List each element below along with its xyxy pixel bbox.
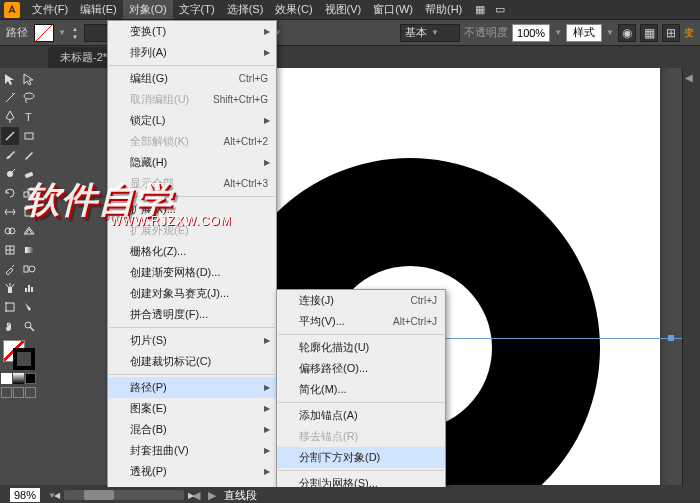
zoom-level[interactable]: 98% <box>10 488 40 502</box>
width-tool[interactable] <box>1 203 19 221</box>
menu-编辑E[interactable]: 编辑(E) <box>74 0 123 19</box>
mesh-tool[interactable] <box>1 241 19 259</box>
artboard-nav-next[interactable]: ▶ <box>208 489 216 502</box>
anchor-point[interactable] <box>668 335 674 341</box>
menu-对象O[interactable]: 对象(O) <box>123 0 173 19</box>
svg-rect-21 <box>28 285 30 292</box>
line-tool[interactable] <box>1 127 19 145</box>
artboard-tool[interactable] <box>1 298 19 316</box>
swatch-caret[interactable]: ▼ <box>58 28 66 37</box>
svg-text:T: T <box>25 111 32 123</box>
bridge-icon[interactable]: ▦ <box>472 2 488 18</box>
opacity-input[interactable]: 100% <box>512 24 550 42</box>
transform-button[interactable]: ⊞ <box>662 24 680 42</box>
svg-point-10 <box>32 215 34 217</box>
svg-rect-16 <box>25 247 33 253</box>
menu-item[interactable]: 隐藏(H) <box>108 152 276 173</box>
menu-item[interactable]: 偏移路径(O)... <box>277 358 445 379</box>
rotate-tool[interactable] <box>1 184 19 202</box>
menu-item: 扩展外观(E) <box>108 220 276 241</box>
menu-item[interactable]: 扩展(X)... <box>108 199 276 220</box>
menu-item[interactable]: 栅格化(Z)... <box>108 241 276 262</box>
menu-帮助H[interactable]: 帮助(H) <box>419 0 468 19</box>
panel-toggle-icon[interactable]: ◀ <box>685 72 699 86</box>
magic-wand-tool[interactable] <box>1 89 19 107</box>
menu-item[interactable]: 编组(G)Ctrl+G <box>108 68 276 89</box>
pen-tool[interactable] <box>1 108 19 126</box>
shape-builder-tool[interactable] <box>1 222 19 240</box>
menu-item[interactable]: 添加锚点(A) <box>277 405 445 426</box>
lasso-tool[interactable] <box>20 89 38 107</box>
recolor-button[interactable]: ◉ <box>618 24 636 42</box>
scale-tool[interactable] <box>20 184 38 202</box>
brush-definition[interactable]: 基本▼ <box>400 24 460 42</box>
symbol-sprayer-tool[interactable] <box>1 279 19 297</box>
fill-stroke-indicator[interactable] <box>1 340 37 370</box>
menu-item[interactable]: 拼合透明度(F)... <box>108 304 276 325</box>
style-caret[interactable]: ▼ <box>606 28 614 37</box>
selection-tool[interactable] <box>1 70 19 88</box>
menu-item[interactable]: 混合(B) <box>108 419 276 440</box>
control-label: 路径 <box>6 25 28 40</box>
menu-item[interactable]: 创建渐变网格(D)... <box>108 262 276 283</box>
svg-rect-17 <box>24 266 28 272</box>
paintbrush-tool[interactable] <box>1 146 19 164</box>
menu-item[interactable]: 创建对象马赛克(J)... <box>108 283 276 304</box>
free-transform-tool[interactable] <box>20 203 38 221</box>
direct-selection-tool[interactable] <box>20 70 38 88</box>
menu-item[interactable]: 平均(V)...Alt+Ctrl+J <box>277 311 445 332</box>
type-tool[interactable]: T <box>20 108 38 126</box>
panel-dock: ◀ <box>682 68 700 485</box>
eraser-tool[interactable] <box>20 165 38 183</box>
document-tab-bar: 未标题-2* × <box>0 46 700 68</box>
menu-文字T[interactable]: 文字(T) <box>173 0 221 19</box>
menu-item[interactable]: 排列(A) <box>108 42 276 63</box>
menu-item[interactable]: 透视(P) <box>108 461 276 482</box>
horizontal-scrollbar[interactable] <box>64 490 184 500</box>
menu-item[interactable]: 图案(E) <box>108 398 276 419</box>
screen-mode-switches[interactable] <box>1 387 37 398</box>
menu-选择S[interactable]: 选择(S) <box>221 0 270 19</box>
menu-视图V[interactable]: 视图(V) <box>319 0 368 19</box>
eyedropper-tool[interactable] <box>1 260 19 278</box>
svg-rect-8 <box>25 208 33 216</box>
menu-item[interactable]: 轮廓化描边(U) <box>277 337 445 358</box>
blend-tool[interactable] <box>20 260 38 278</box>
hand-tool[interactable] <box>1 317 19 335</box>
graphic-style[interactable]: 样式 <box>566 24 602 42</box>
svg-rect-19 <box>8 287 12 293</box>
menu-效果C[interactable]: 效果(C) <box>269 0 318 19</box>
svg-rect-20 <box>25 288 27 292</box>
menu-窗口W[interactable]: 窗口(W) <box>367 0 419 19</box>
stroke-nudger[interactable]: ▲▼ <box>70 24 80 42</box>
svg-line-2 <box>6 132 14 140</box>
blob-brush-tool[interactable] <box>1 165 19 183</box>
menu-item[interactable]: 连接(J)Ctrl+J <box>277 290 445 311</box>
menu-item[interactable]: 变换(T) <box>108 21 276 42</box>
current-tool-label: 直线段 <box>224 488 257 503</box>
column-graph-tool[interactable] <box>20 279 38 297</box>
menu-文件F[interactable]: 文件(F) <box>26 0 74 19</box>
zoom-tool[interactable] <box>20 317 38 335</box>
menu-item[interactable]: 切片(S) <box>108 330 276 351</box>
menu-item[interactable]: 锁定(L) <box>108 110 276 131</box>
stroke-indicator[interactable] <box>13 348 35 370</box>
pencil-tool[interactable] <box>20 146 38 164</box>
svg-point-0 <box>24 93 34 99</box>
arrange-icon[interactable]: ▭ <box>492 2 508 18</box>
align-button[interactable]: ▦ <box>640 24 658 42</box>
menu-item[interactable]: 路径(P) <box>108 377 276 398</box>
color-mode-switches[interactable] <box>1 373 37 384</box>
scrollbar-thumb[interactable] <box>84 490 114 500</box>
slice-tool[interactable] <box>20 298 38 316</box>
perspective-grid-tool[interactable] <box>20 222 38 240</box>
menu-item[interactable]: 创建裁切标记(C) <box>108 351 276 372</box>
opacity-caret[interactable]: ▼ <box>554 28 562 37</box>
gradient-tool[interactable] <box>20 241 38 259</box>
menu-item[interactable]: 分割下方对象(D) <box>277 447 445 468</box>
svg-line-25 <box>30 327 34 331</box>
rectangle-tool[interactable] <box>20 127 38 145</box>
menu-item[interactable]: 简化(M)... <box>277 379 445 400</box>
menu-item[interactable]: 封套扭曲(V) <box>108 440 276 461</box>
fill-swatch[interactable] <box>34 24 54 42</box>
